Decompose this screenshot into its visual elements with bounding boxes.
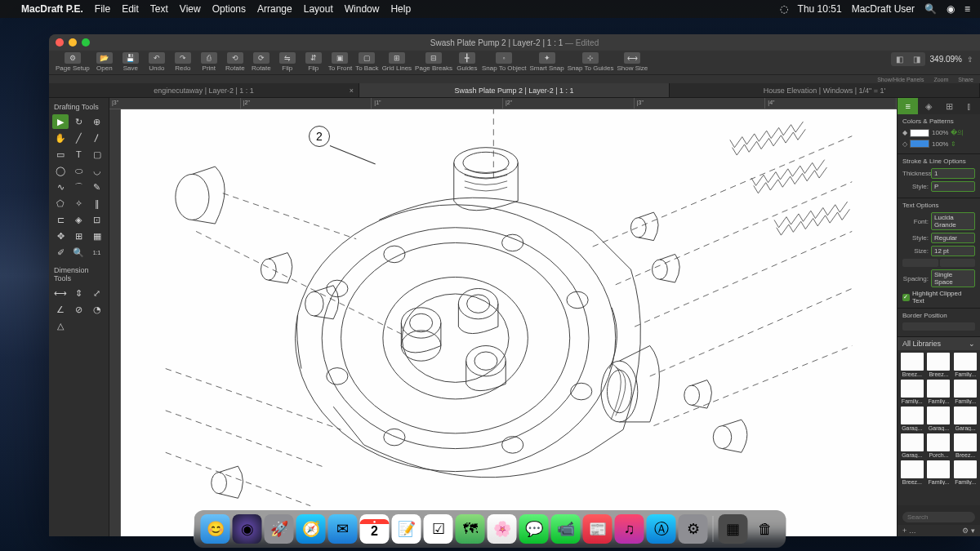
toolbar-guides[interactable]: ╋Guides — [456, 52, 479, 72]
tool-arc[interactable]: ◡ — [89, 163, 105, 178]
app-name[interactable]: MacDraft P.E. — [21, 3, 83, 15]
library-search-input[interactable] — [902, 512, 975, 522]
drawing-canvas[interactable]: 2 — [121, 109, 897, 536]
toolbar-undo[interactable]: ↶Undo — [145, 52, 168, 72]
library-item[interactable]: Family... — [953, 460, 978, 485]
tool-scale[interactable]: 1:1 — [89, 245, 105, 260]
tool-offset[interactable]: ⊏ — [52, 212, 69, 227]
dock-safari[interactable]: 🧭 — [296, 514, 326, 544]
stepper-icon[interactable]: ⇕ — [951, 140, 956, 148]
linestyle-select[interactable]: P — [931, 181, 975, 192]
library-item[interactable]: Family... — [927, 460, 951, 485]
thickness-select[interactable]: 1 — [931, 168, 975, 179]
toolbar-rotate-ccw[interactable]: ⟲Rotate — [224, 52, 247, 72]
spacing-select[interactable]: Single Space — [931, 269, 975, 287]
toolbar-open[interactable]: 📂Open — [93, 52, 116, 72]
dock-siri[interactable]: ◉ — [233, 514, 262, 544]
menu-file[interactable]: File — [95, 3, 110, 15]
toolbar-page-breaks[interactable]: ⊟Page Breaks — [415, 52, 452, 72]
siri-menubar-icon[interactable]: ≡ — [964, 3, 970, 15]
fill-opacity[interactable]: 100% — [932, 129, 948, 136]
toolbar-share-icon[interactable]: ⇪ — [967, 56, 973, 64]
doctab-swash[interactable]: Swash Plate Pump 2 | Layer-2 | 1 : 1 — [359, 83, 670, 97]
library-item[interactable]: Family... — [900, 380, 924, 404]
toolbar-flip-v[interactable]: ⇵Flip — [302, 52, 325, 72]
menu-help[interactable]: Help — [390, 3, 411, 15]
menu-view[interactable]: View — [180, 3, 201, 15]
dock-trash[interactable]: 🗑 — [751, 514, 780, 544]
library-item[interactable]: Breez... — [953, 433, 978, 458]
tool-line[interactable]: ╱ — [70, 131, 87, 145]
dim-horizontal[interactable]: ⟷ — [52, 286, 69, 300]
font-select[interactable]: Lucida Grande — [931, 212, 975, 230]
tool-star[interactable]: ✧ — [70, 196, 87, 211]
window-close-button[interactable] — [56, 38, 64, 47]
tool-freehand[interactable]: ✎ — [89, 180, 105, 194]
tool-align[interactable]: ⊞ — [70, 229, 87, 243]
toolbar-page-setup[interactable]: ⚙Page Setup — [56, 52, 90, 72]
tool-parallel[interactable]: ‖ — [89, 196, 105, 211]
dim-area[interactable]: △ — [52, 318, 69, 333]
tool-rect[interactable]: ▭ — [52, 147, 69, 162]
library-item[interactable]: Family... — [953, 380, 978, 404]
toolbar-redo[interactable]: ↷Redo — [172, 52, 194, 72]
menu-text[interactable]: Text — [150, 3, 168, 15]
tool-ellipse[interactable]: ⬭ — [70, 163, 87, 178]
inspector-tab-properties[interactable]: ≡ — [898, 98, 918, 114]
tool-rounded-rect[interactable]: ▢ — [89, 147, 105, 162]
highlight-clipped-checkbox[interactable]: ✓Highlight Clipped Text — [902, 290, 975, 304]
dock-reminders[interactable]: ☑ — [424, 514, 453, 544]
menubar-user[interactable]: MacDraft User — [852, 3, 915, 15]
library-item[interactable]: Breez... — [900, 460, 924, 485]
dock-news[interactable]: 📰 — [583, 514, 612, 544]
dim-vertical[interactable]: ⇕ — [70, 286, 87, 300]
tool-curve[interactable]: ∿ — [52, 180, 69, 194]
toolbar-save[interactable]: 💾Save — [119, 52, 142, 72]
toolbar-snap-object[interactable]: ◦Snap To Object — [482, 52, 527, 72]
dock-appstore[interactable]: Ⓐ — [647, 514, 676, 544]
toolbar-to-back[interactable]: ▢To Back — [355, 52, 378, 72]
tool-hand[interactable]: ✋ — [52, 131, 69, 145]
stepper-icon[interactable]: �의 — [951, 128, 964, 137]
callout-2[interactable]: 2 — [309, 126, 330, 147]
dock-music[interactable]: ♫ — [615, 514, 644, 544]
toolbar-grid-lines[interactable]: ⊞Grid Lines — [382, 52, 412, 72]
doctab-house[interactable]: House Elevation | Windows | 1/4" = 1' — [670, 83, 980, 97]
dock-messages[interactable]: 💬 — [519, 514, 549, 544]
dock-mail[interactable]: ✉ — [328, 514, 358, 544]
toolbar-to-front[interactable]: ▣To Front — [328, 52, 352, 72]
stroke-swatch[interactable] — [910, 140, 929, 148]
font-style-select[interactable]: Regular — [931, 233, 975, 243]
menu-window[interactable]: Window — [345, 3, 380, 15]
library-item[interactable]: Garag... — [900, 433, 924, 458]
tool-move[interactable]: ✥ — [52, 229, 69, 243]
dock-app-macdraft[interactable]: ▦ — [719, 514, 748, 544]
menu-edit[interactable]: Edit — [122, 3, 139, 15]
toolbar-show-size[interactable]: ⟷Show Size — [617, 52, 648, 72]
inspector-tab-layers[interactable]: ◈ — [918, 98, 938, 114]
status-cloud-icon[interactable]: ◌ — [780, 3, 788, 15]
inspector-tab-dims[interactable]: ⫿ — [960, 98, 980, 114]
library-item[interactable]: Garag... — [900, 407, 924, 431]
tool-distribute[interactable]: ▦ — [89, 229, 105, 243]
tool-bezier[interactable]: ⌒ — [70, 180, 87, 194]
tool-text[interactable]: T — [70, 147, 87, 162]
library-settings-icon[interactable]: ⚙ ▾ — [962, 527, 975, 535]
dock-facetime[interactable]: 📹 — [551, 514, 581, 544]
tool-polygon[interactable]: ⬠ — [52, 196, 69, 211]
tool-polyline[interactable]: 〳 — [89, 131, 105, 145]
toolbar-rotate-cw[interactable]: ⟳Rotate — [250, 52, 273, 72]
tool-zoom[interactable]: 🔍 — [70, 245, 87, 260]
toolbar-panel-toggle[interactable]: ◧◨ — [891, 52, 925, 66]
library-item[interactable]: Garag... — [927, 407, 951, 431]
close-icon[interactable]: × — [350, 87, 354, 95]
dock-photos[interactable]: 🌸 — [488, 514, 517, 544]
tool-pan[interactable]: ⊕ — [89, 114, 105, 129]
dock-finder[interactable]: 😊 — [201, 514, 230, 544]
toolbar-smart-snap[interactable]: ✦Smart Snap — [529, 52, 564, 72]
spotlight-icon[interactable]: 🔍 — [924, 3, 937, 15]
library-selector[interactable]: All Libraries⌄ — [898, 337, 980, 350]
toolbar-print[interactable]: ⎙Print — [198, 52, 220, 72]
valign-buttons[interactable] — [940, 259, 976, 267]
dock-settings[interactable]: ⚙ — [679, 514, 708, 544]
